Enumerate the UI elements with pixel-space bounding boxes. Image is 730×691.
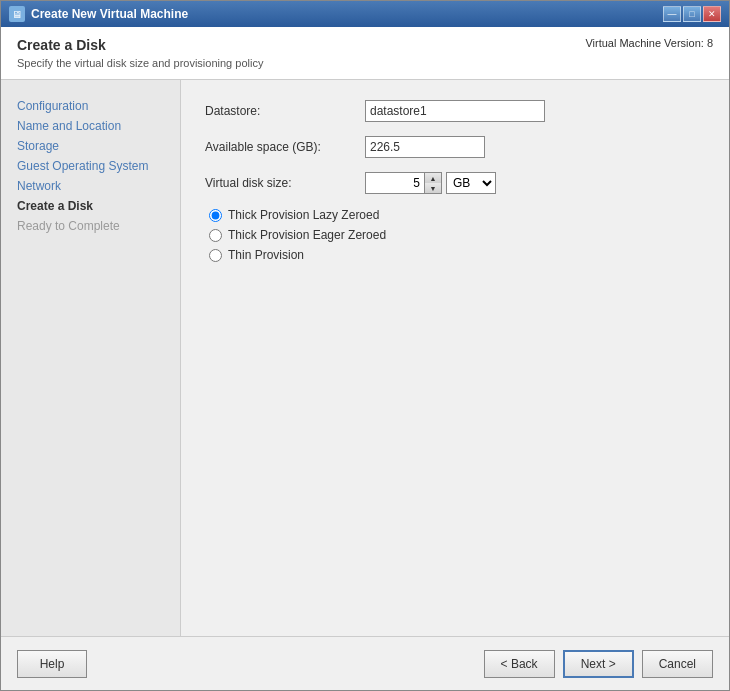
spin-down-button[interactable]: ▼: [425, 183, 441, 193]
title-bar-left: 🖥 Create New Virtual Machine: [9, 6, 188, 22]
window-title: Create New Virtual Machine: [31, 7, 188, 21]
help-button[interactable]: Help: [17, 650, 87, 678]
sidebar-link-storage[interactable]: Storage: [17, 139, 59, 153]
provisioning-radio-group: Thick Provision Lazy Zeroed Thick Provis…: [205, 208, 705, 262]
footer-right: < Back Next > Cancel: [484, 650, 713, 678]
radio-row-thick-eager: Thick Provision Eager Zeroed: [209, 228, 705, 242]
sidebar-label-ready: Ready to Complete: [17, 219, 120, 233]
sidebar-item-name-location[interactable]: Name and Location: [13, 116, 168, 136]
datastore-label: Datastore:: [205, 104, 365, 118]
spinbox-buttons: ▲ ▼: [425, 172, 442, 194]
sidebar-item-storage[interactable]: Storage: [13, 136, 168, 156]
page-title: Create a Disk: [17, 37, 263, 53]
sidebar-link-guest-os[interactable]: Guest Operating System: [17, 159, 148, 173]
vm-version: Virtual Machine Version: 8: [585, 37, 713, 49]
sidebar: Configuration Name and Location Storage …: [1, 80, 181, 636]
disk-size-spinbox: ▲ ▼ GB MB TB: [365, 172, 496, 194]
datastore-input[interactable]: [365, 100, 545, 122]
spin-up-button[interactable]: ▲: [425, 173, 441, 183]
header-left: Create a Disk Specify the virtual disk s…: [17, 37, 263, 69]
disk-size-row: Virtual disk size: ▲ ▼ GB MB TB: [205, 172, 705, 194]
next-button[interactable]: Next >: [563, 650, 634, 678]
sidebar-item-create-disk: Create a Disk: [13, 196, 168, 216]
header-section: Create a Disk Specify the virtual disk s…: [1, 27, 729, 80]
main-window: 🖥 Create New Virtual Machine — □ ✕ Creat…: [0, 0, 730, 691]
content-area: Configuration Name and Location Storage …: [1, 80, 729, 636]
sidebar-link-configuration[interactable]: Configuration: [17, 99, 88, 113]
radio-label-thick-lazy[interactable]: Thick Provision Lazy Zeroed: [228, 208, 379, 222]
disk-size-label: Virtual disk size:: [205, 176, 365, 190]
radio-row-thin: Thin Provision: [209, 248, 705, 262]
available-space-label: Available space (GB):: [205, 140, 365, 154]
footer: Help < Back Next > Cancel: [1, 636, 729, 690]
footer-left: Help: [17, 650, 87, 678]
maximize-button[interactable]: □: [683, 6, 701, 22]
radio-label-thin[interactable]: Thin Provision: [228, 248, 304, 262]
radio-row-thick-lazy: Thick Provision Lazy Zeroed: [209, 208, 705, 222]
disk-size-unit-select[interactable]: GB MB TB: [446, 172, 496, 194]
page-subtitle: Specify the virtual disk size and provis…: [17, 57, 263, 69]
radio-thin[interactable]: [209, 249, 222, 262]
close-button[interactable]: ✕: [703, 6, 721, 22]
sidebar-item-ready: Ready to Complete: [13, 216, 168, 236]
radio-label-thick-eager[interactable]: Thick Provision Eager Zeroed: [228, 228, 386, 242]
radio-thick-eager[interactable]: [209, 229, 222, 242]
sidebar-item-network[interactable]: Network: [13, 176, 168, 196]
available-space-row: Available space (GB):: [205, 136, 705, 158]
available-space-input: [365, 136, 485, 158]
radio-thick-lazy[interactable]: [209, 209, 222, 222]
title-bar: 🖥 Create New Virtual Machine — □ ✕: [1, 1, 729, 27]
minimize-button[interactable]: —: [663, 6, 681, 22]
back-button[interactable]: < Back: [484, 650, 555, 678]
disk-size-input[interactable]: [365, 172, 425, 194]
datastore-row: Datastore:: [205, 100, 705, 122]
title-buttons: — □ ✕: [663, 6, 721, 22]
cancel-button[interactable]: Cancel: [642, 650, 713, 678]
sidebar-label-create-disk: Create a Disk: [17, 199, 93, 213]
sidebar-link-network[interactable]: Network: [17, 179, 61, 193]
sidebar-link-name-location[interactable]: Name and Location: [17, 119, 121, 133]
sidebar-item-configuration[interactable]: Configuration: [13, 96, 168, 116]
window-icon: 🖥: [9, 6, 25, 22]
sidebar-item-guest-os[interactable]: Guest Operating System: [13, 156, 168, 176]
main-content: Datastore: Available space (GB): Virtual…: [181, 80, 729, 636]
